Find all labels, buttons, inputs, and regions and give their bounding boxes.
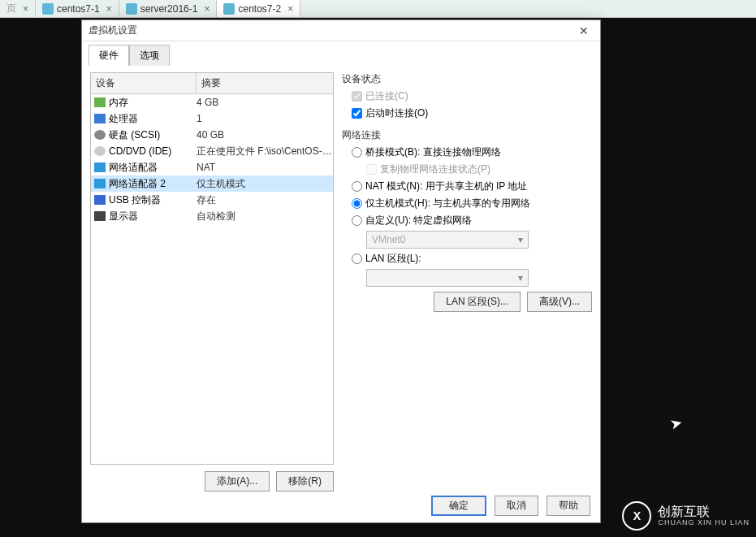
vm-settings-dialog: 虚拟机设置 ✕ 硬件 选项 设备 摘要 内存 4 GB 处理器 [81, 19, 601, 523]
checkbox-connect-at-power[interactable] [352, 108, 362, 119]
device-row-memory[interactable]: 内存 4 GB [91, 94, 333, 110]
watermark-brand: 创新互联 [658, 505, 750, 519]
right-pane: 设备状态 已连接(C) 启动时连接(O) 网络连接 [342, 72, 592, 492]
app-tab-server2016-1[interactable]: server2016-1 × [119, 0, 218, 17]
radio-input[interactable] [352, 253, 362, 264]
app-tab-bar: 页 × centos7-1 × server2016-1 × centos7-2… [0, 0, 756, 18]
watermark-sub: CHUANG XIN HU LIAN [658, 519, 750, 527]
group-title: 网络连接 [342, 128, 592, 142]
device-name: 硬盘 (SCSI) [109, 128, 160, 142]
cursor-icon: ➤ [667, 413, 684, 433]
checkbox-replicate [366, 164, 377, 175]
tab-options[interactable]: 选项 [129, 45, 170, 66]
label: 桥接模式(B): 直接连接物理网络 [365, 145, 501, 159]
lan-segments-button[interactable]: LAN 区段(S)... [434, 292, 521, 312]
remove-button[interactable]: 移除(R) [276, 471, 334, 492]
device-table: 设备 摘要 内存 4 GB 处理器 1 硬盘 (SCSI) 40 GB [90, 72, 334, 465]
chevron-down-icon: ▾ [518, 272, 523, 284]
dialog-content: 设备 摘要 内存 4 GB 处理器 1 硬盘 (SCSI) 40 GB [82, 66, 600, 498]
radio-bridged[interactable]: 桥接模式(B): 直接连接物理网络 [352, 145, 592, 159]
device-name: 显示器 [109, 210, 138, 223]
device-row-usb[interactable]: USB 控制器 存在 [91, 192, 333, 208]
radio-input[interactable] [352, 215, 362, 226]
device-name: 网络适配器 2 [109, 177, 166, 191]
network-icon [94, 179, 106, 188]
device-name: USB 控制器 [109, 193, 161, 207]
device-summary: 1 [197, 113, 333, 124]
label: 复制物理网络连接状态(P) [380, 162, 490, 176]
cancel-button[interactable]: 取消 [495, 496, 538, 516]
label: NAT 模式(N): 用于共享主机的 IP 地址 [365, 180, 527, 193]
dialog-title: 虚拟机设置 [89, 24, 137, 37]
label: 已连接(C) [365, 89, 408, 103]
device-row-hdd[interactable]: 硬盘 (SCSI) 40 GB [91, 127, 333, 143]
device-row-net1[interactable]: 网络适配器 NAT [91, 159, 333, 175]
advanced-button[interactable]: 高级(V)... [527, 292, 592, 312]
memory-icon [94, 97, 106, 107]
dialog-titlebar: 虚拟机设置 ✕ [82, 20, 600, 41]
device-name: 内存 [109, 96, 128, 110]
device-row-display[interactable]: 显示器 自动检测 [91, 208, 333, 224]
tab-label: server2016-1 [140, 3, 198, 15]
radio-hostonly[interactable]: 仅主机模式(H): 与主机共享的专用网络 [352, 197, 592, 210]
app-tab-partial[interactable]: 页 × [0, 0, 36, 17]
group-title: 设备状态 [342, 72, 592, 86]
dialog-bottom-bar: 确定 取消 帮助 [431, 496, 590, 516]
close-icon[interactable]: × [287, 3, 293, 15]
add-button[interactable]: 添加(A)... [205, 471, 270, 492]
device-buttons: 添加(A)... 移除(R) [90, 465, 334, 492]
ok-button[interactable]: 确定 [431, 496, 486, 516]
app-tab-centos7-1[interactable]: centos7-1 × [36, 0, 119, 17]
tab-hardware[interactable]: 硬件 [89, 45, 129, 66]
device-row-net2[interactable]: 网络适配器 2 仅主机模式 [91, 175, 333, 192]
device-name: CD/DVD (IDE) [109, 145, 171, 157]
vm-icon [126, 3, 137, 15]
device-row-cpu[interactable]: 处理器 1 [91, 110, 333, 127]
app-tab-centos7-2[interactable]: centos7-2 × [217, 0, 300, 17]
vm-icon [223, 3, 235, 15]
radio-input[interactable] [352, 147, 362, 158]
close-icon[interactable]: × [106, 3, 112, 15]
close-icon[interactable]: × [23, 3, 28, 15]
radio-nat[interactable]: NAT 模式(N): 用于共享主机的 IP 地址 [352, 180, 592, 193]
device-summary: 自动检测 [197, 210, 333, 223]
device-list: 内存 4 GB 处理器 1 硬盘 (SCSI) 40 GB CD/DVD (ID… [91, 94, 333, 464]
label: 仅主机模式(H): 与主机共享的专用网络 [365, 197, 530, 210]
col-summary: 摘要 [197, 73, 333, 93]
device-summary: 存在 [197, 193, 333, 207]
tab-label: centos7-1 [57, 3, 100, 15]
chk-replicate: 复制物理网络连接状态(P) [366, 162, 592, 176]
radio-lan[interactable]: LAN 区段(L): [352, 252, 592, 266]
device-summary: NAT [197, 162, 333, 173]
device-summary: 仅主机模式 [197, 177, 333, 191]
dropdown-vmnet: VMnet0 ▾ [366, 231, 529, 249]
left-pane: 设备 摘要 内存 4 GB 处理器 1 硬盘 (SCSI) 40 GB [90, 72, 334, 492]
close-icon[interactable]: × [204, 3, 210, 15]
radio-custom[interactable]: 自定义(U): 特定虚拟网络 [352, 214, 592, 227]
display-icon [94, 211, 106, 221]
device-name: 处理器 [109, 112, 138, 126]
radio-input[interactable] [352, 198, 362, 209]
table-header: 设备 摘要 [91, 73, 333, 94]
device-name: 网络适配器 [109, 161, 158, 175]
watermark-logo-icon: X [622, 501, 651, 531]
radio-input[interactable] [352, 181, 362, 192]
label: 启动时连接(O) [365, 106, 428, 120]
label: LAN 区段(L): [365, 252, 421, 266]
label: 自定义(U): 特定虚拟网络 [365, 214, 472, 227]
checkbox-connected [352, 91, 362, 102]
chk-connected: 已连接(C) [352, 89, 592, 103]
vm-icon [42, 3, 54, 15]
help-button[interactable]: 帮助 [546, 496, 590, 516]
chk-connect-at-power[interactable]: 启动时连接(O) [352, 106, 592, 120]
tab-label: centos7-2 [238, 3, 281, 15]
watermark: X 创新互联 CHUANG XIN HU LIAN [622, 501, 750, 531]
chevron-down-icon: ▾ [518, 234, 523, 245]
cpu-icon [94, 114, 106, 123]
dialog-tabs: 硬件 选项 [82, 41, 600, 66]
usb-icon [94, 195, 106, 205]
group-device-state: 设备状态 已连接(C) 启动时连接(O) [342, 72, 592, 120]
network-icon [94, 162, 106, 172]
device-row-cd[interactable]: CD/DVD (IDE) 正在使用文件 F:\iso\CentOS-7-... [91, 143, 333, 159]
close-icon[interactable]: ✕ [574, 23, 594, 39]
